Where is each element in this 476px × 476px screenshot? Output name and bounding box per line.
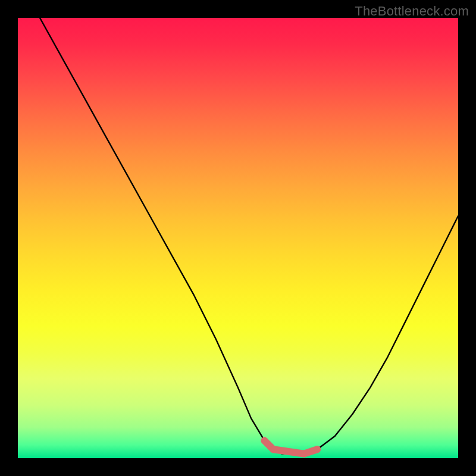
marker-segment: [273, 449, 304, 453]
bottleneck-curve-line: [40, 18, 458, 454]
chart-canvas: TheBottleneck.com: [0, 0, 476, 476]
chart-svg: [18, 18, 458, 458]
flat-region-markers: [264, 440, 317, 453]
plot-area: [18, 18, 458, 458]
marker-segment: [304, 449, 317, 453]
watermark-text: TheBottleneck.com: [355, 4, 469, 19]
